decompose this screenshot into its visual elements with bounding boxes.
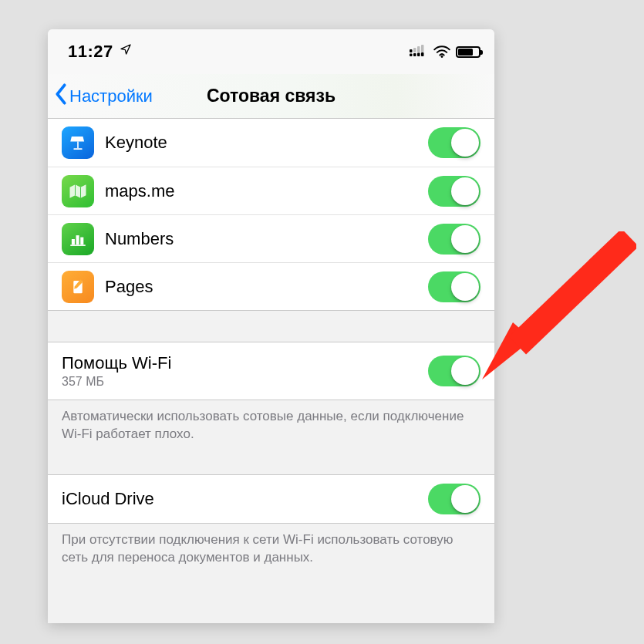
toggle-numbers[interactable] — [428, 224, 480, 255]
wifi-assist-footer: Автоматически использовать сотовые данны… — [48, 400, 494, 443]
icloud-drive-group: iCloud Drive — [48, 474, 494, 524]
status-bar: 11:27 — [48, 29, 494, 74]
wifi-assist-group: Помощь Wi-Fi 357 МБ — [48, 342, 494, 400]
app-label: Numbers — [105, 229, 417, 249]
svg-line-17 — [518, 238, 630, 346]
mapsme-icon — [62, 175, 94, 207]
svg-rect-1 — [413, 48, 416, 52]
pages-icon — [62, 271, 94, 303]
toggle-keynote[interactable] — [428, 127, 480, 158]
app-label: maps.me — [105, 181, 417, 201]
svg-rect-6 — [417, 53, 420, 57]
status-right — [410, 44, 480, 59]
wifi-assist-label: Помощь Wi-Fi 357 МБ — [62, 353, 417, 389]
app-label: Keynote — [105, 133, 417, 153]
svg-rect-2 — [417, 46, 420, 52]
app-row-mapsme: maps.me — [48, 167, 494, 214]
icloud-drive-footer: При отсутствии подключения к сети Wi-Fi … — [48, 524, 494, 567]
toggle-mapsme[interactable] — [428, 176, 480, 207]
wifi-icon — [433, 46, 450, 58]
svg-rect-3 — [421, 45, 424, 52]
icloud-drive-label: iCloud Drive — [62, 489, 417, 509]
svg-point-8 — [441, 56, 443, 58]
app-row-pages: Pages — [48, 262, 494, 310]
svg-rect-4 — [410, 54, 413, 57]
svg-rect-5 — [413, 53, 416, 56]
back-label: Настройки — [69, 86, 153, 106]
battery-icon — [456, 46, 480, 58]
app-row-keynote: Keynote — [48, 119, 494, 167]
navigation-bar: Настройки Сотовая связь — [48, 74, 494, 119]
svg-rect-9 — [77, 141, 79, 148]
svg-rect-14 — [70, 244, 86, 246]
toggle-icloud-drive[interactable] — [428, 484, 480, 514]
svg-rect-0 — [410, 49, 413, 52]
wifi-assist-usage: 357 МБ — [62, 375, 417, 389]
dual-signal-icon — [410, 44, 428, 59]
apps-group: Keynote maps.me Numbers Pages — [48, 119, 494, 311]
numbers-icon — [62, 223, 94, 255]
svg-rect-12 — [76, 235, 79, 244]
toggle-pages[interactable] — [428, 271, 480, 302]
icloud-drive-row: iCloud Drive — [48, 475, 494, 523]
svg-rect-7 — [421, 52, 424, 56]
back-button[interactable]: Настройки — [54, 83, 153, 110]
chevron-left-icon — [54, 83, 68, 110]
app-row-numbers: Numbers — [48, 214, 494, 262]
svg-rect-11 — [72, 239, 75, 244]
svg-rect-10 — [73, 148, 82, 150]
status-left: 11:27 — [68, 42, 132, 62]
keynote-icon — [62, 126, 94, 159]
svg-rect-13 — [80, 237, 83, 244]
phone-frame: 11:27 — [48, 29, 494, 623]
status-time: 11:27 — [68, 42, 113, 62]
wifi-assist-row: Помощь Wi-Fi 357 МБ — [48, 342, 494, 400]
location-icon — [120, 43, 132, 59]
app-label: Pages — [105, 277, 417, 297]
toggle-wifi-assist[interactable] — [428, 356, 480, 386]
